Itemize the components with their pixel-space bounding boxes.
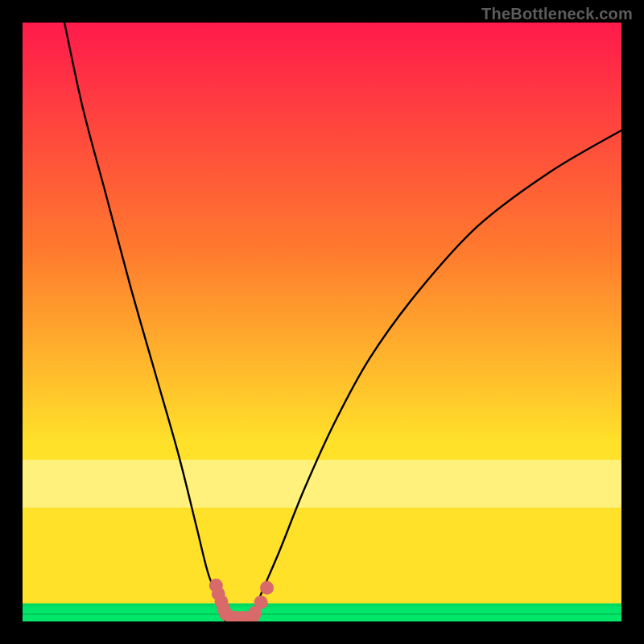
- chart-frame: TheBottleneck.com: [0, 0, 644, 644]
- marker-dot: [254, 596, 268, 609]
- chart-svg: [23, 23, 621, 621]
- attribution-text: TheBottleneck.com: [481, 5, 633, 23]
- gradient-background: [23, 23, 621, 621]
- pale-band: [23, 460, 621, 508]
- plot-area: [23, 23, 621, 621]
- green-band-line: [23, 613, 621, 615]
- marker-dot: [260, 581, 274, 595]
- green-band-edge: [23, 604, 621, 607]
